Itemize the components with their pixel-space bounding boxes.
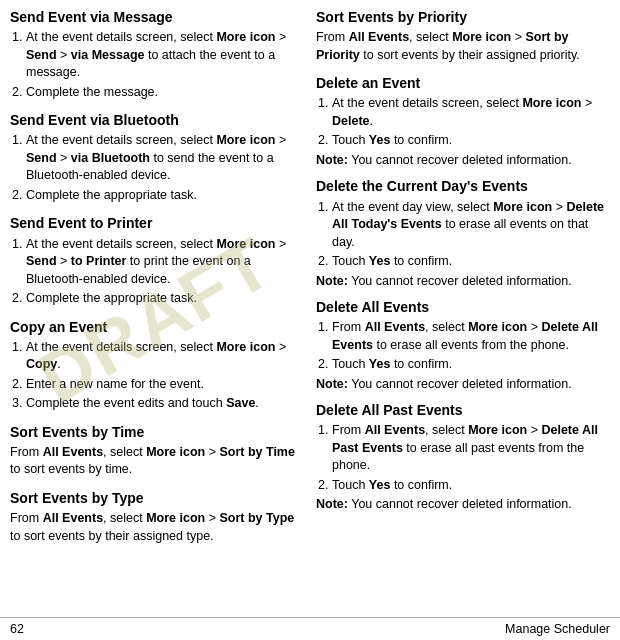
- heading-send-event-bluetooth: Send Event via Bluetooth: [10, 111, 304, 129]
- content-area: Send Event via Message At the event deta…: [0, 0, 620, 617]
- page-container: Send Event via Message At the event deta…: [0, 0, 620, 640]
- text-delete-all-past: From All Events, select More icon > Dele…: [316, 422, 610, 494]
- heading-sort-by-type: Sort Events by Type: [10, 489, 304, 507]
- heading-send-event-message: Send Event via Message: [10, 8, 304, 26]
- section-delete-all-events: Delete All Events From All Events, selec…: [316, 298, 610, 393]
- text-sort-by-time: From All Events, select More icon > Sort…: [10, 444, 304, 479]
- section-send-event-message: Send Event via Message At the event deta…: [10, 8, 304, 103]
- section-sort-by-type: Sort Events by Type From All Events, sel…: [10, 489, 304, 547]
- heading-copy-event: Copy an Event: [10, 318, 304, 336]
- left-column: Send Event via Message At the event deta…: [10, 8, 304, 609]
- footer: 62 Manage Scheduler: [0, 617, 620, 640]
- section-delete-current-day: Delete the Current Day's Events At the e…: [316, 177, 610, 290]
- section-copy-event: Copy an Event At the event details scree…: [10, 318, 304, 415]
- footer-section-title: Manage Scheduler: [505, 622, 610, 636]
- text-copy-event: At the event details screen, select More…: [10, 339, 304, 413]
- text-delete-all-events: From All Events, select More icon > Dele…: [316, 319, 610, 374]
- note-delete-event: Note: You cannot recover deleted informa…: [316, 152, 610, 170]
- section-send-event-bluetooth: Send Event via Bluetooth At the event de…: [10, 111, 304, 206]
- heading-delete-all-events: Delete All Events: [316, 298, 610, 316]
- text-send-event-message: At the event details screen, select More…: [10, 29, 304, 101]
- text-send-event-printer: At the event details screen, select More…: [10, 236, 304, 308]
- text-sort-by-priority: From All Events, select More icon > Sort…: [316, 29, 610, 64]
- section-sort-by-time: Sort Events by Time From All Events, sel…: [10, 423, 304, 481]
- text-delete-event: At the event details screen, select More…: [316, 95, 610, 150]
- right-column: Sort Events by Priority From All Events,…: [316, 8, 610, 609]
- heading-delete-current-day: Delete the Current Day's Events: [316, 177, 610, 195]
- section-delete-event: Delete an Event At the event details scr…: [316, 74, 610, 169]
- note-delete-all-past: Note: You cannot recover deleted informa…: [316, 496, 610, 514]
- note-delete-all-events: Note: You cannot recover deleted informa…: [316, 376, 610, 394]
- heading-send-event-printer: Send Event to Printer: [10, 214, 304, 232]
- heading-delete-event: Delete an Event: [316, 74, 610, 92]
- text-delete-current-day: At the event day view, select More icon …: [316, 199, 610, 271]
- footer-page-number: 62: [10, 622, 24, 636]
- text-send-event-bluetooth: At the event details screen, select More…: [10, 132, 304, 204]
- heading-sort-by-time: Sort Events by Time: [10, 423, 304, 441]
- text-sort-by-type: From All Events, select More icon > Sort…: [10, 510, 304, 545]
- section-send-event-printer: Send Event to Printer At the event detai…: [10, 214, 304, 309]
- section-sort-by-priority: Sort Events by Priority From All Events,…: [316, 8, 610, 66]
- heading-delete-all-past: Delete All Past Events: [316, 401, 610, 419]
- heading-sort-by-priority: Sort Events by Priority: [316, 8, 610, 26]
- section-delete-all-past: Delete All Past Events From All Events, …: [316, 401, 610, 514]
- note-delete-current-day: Note: You cannot recover deleted informa…: [316, 273, 610, 291]
